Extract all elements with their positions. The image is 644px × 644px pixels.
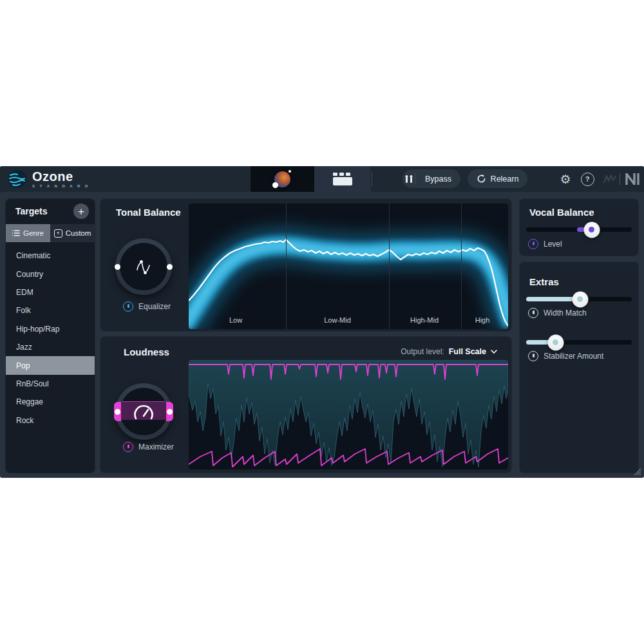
chevron-down-icon <box>491 350 497 354</box>
width-match-toggle-row: Width Match <box>528 308 587 318</box>
band-divider <box>461 204 462 329</box>
tab-genre[interactable]: Genre <box>6 224 50 242</box>
topbar-right-divider <box>620 173 620 185</box>
maximizer-knob[interactable] <box>115 383 172 440</box>
genre-item-rnb-soul[interactable]: RnB/Soul <box>6 375 95 393</box>
tab-assistant[interactable] <box>251 166 314 192</box>
tonal-balance-panel: Tonal Balance <box>100 198 512 332</box>
tonal-balance-display: Low Low-Mid High-Mid High <box>189 204 508 329</box>
level-label: Level <box>544 240 562 249</box>
targets-title: Targets <box>15 206 48 216</box>
band-label-low: Low <box>229 316 242 324</box>
targets-header: Targets + <box>6 199 95 223</box>
maximizer-power-icon[interactable] <box>123 442 133 452</box>
output-level-label: Output level: <box>401 347 444 356</box>
help-icon[interactable]: ? <box>580 166 595 192</box>
add-target-button[interactable]: + <box>73 204 89 219</box>
view-tabs <box>251 166 370 192</box>
genre-item-edm[interactable]: EDM <box>6 283 95 301</box>
vocal-level-slider[interactable] <box>526 227 632 232</box>
module-chain-icon <box>333 173 352 186</box>
reference-listen-button[interactable] <box>402 174 415 184</box>
ni-logo-icon <box>623 166 641 192</box>
maximizer-label: Maximizer <box>138 442 174 451</box>
ozone-globe-icon <box>8 169 27 189</box>
knob-handle-right[interactable] <box>167 409 173 415</box>
stabilizer-amount-slider[interactable] <box>526 340 632 345</box>
izotope-scribble-icon[interactable] <box>601 166 618 192</box>
output-level-dropdown[interactable]: Output level: Full Scale <box>401 347 497 356</box>
genre-item-country[interactable]: Country <box>6 265 95 283</box>
headphones-icon <box>404 174 414 184</box>
tab-detailed-view[interactable] <box>314 166 370 192</box>
stabilizer-amount-slider-thumb[interactable] <box>547 334 564 350</box>
equalizer-label: Equalizer <box>138 302 171 311</box>
width-match-power-icon[interactable] <box>528 308 538 318</box>
knob-handle-right[interactable] <box>167 264 173 270</box>
loudness-title: Loudness <box>124 346 169 357</box>
band-divider <box>286 204 287 329</box>
tab-genre-label: Genre <box>23 229 44 237</box>
knob-handle-left[interactable] <box>115 264 120 270</box>
band-label-high: High <box>475 316 490 324</box>
relearn-button[interactable]: Relearn <box>468 169 527 188</box>
resize-handle[interactable] <box>632 467 641 476</box>
bypass-group: Bypass <box>402 169 460 188</box>
genre-item-hiphop-rap[interactable]: Hip-hop/Rap <box>6 320 95 338</box>
extras-title: Extras <box>529 276 559 287</box>
tab-custom[interactable]: + Custom <box>50 224 95 242</box>
width-match-slider-thumb[interactable] <box>572 291 588 307</box>
ozone-plugin-window: Ozone S T A N D A R D <box>0 166 644 478</box>
genre-list: Cinematic Country EDM Folk Hip-hop/Rap J… <box>6 247 95 430</box>
topbar: Ozone S T A N D A R D <box>0 166 644 192</box>
stabilizer-toggle-row: Stabilizer Amount <box>528 351 603 361</box>
list-icon <box>12 230 20 236</box>
assistant-sphere-icon <box>274 171 290 187</box>
genre-item-folk[interactable]: Folk <box>6 301 95 319</box>
band-label-high-mid: High-Mid <box>410 316 439 324</box>
tonal-balance-title: Tonal Balance <box>116 207 181 218</box>
maximizer-toggle-row: Maximizer <box>123 442 174 452</box>
equalizer-toggle-row: Equalizer <box>123 301 171 312</box>
stabilizer-power-icon[interactable] <box>528 351 538 361</box>
genre-item-rock[interactable]: Rock <box>6 412 95 430</box>
width-match-slider[interactable] <box>526 297 632 301</box>
loudness-history-graphic <box>189 360 508 469</box>
eq-curve-icon <box>132 254 155 279</box>
targets-panel: Targets + Genre + Custom <box>5 198 95 473</box>
relearn-label: Relearn <box>491 175 519 184</box>
equalizer-knob[interactable] <box>115 238 172 295</box>
equalizer-power-icon[interactable] <box>123 301 133 312</box>
ozone-logo: Ozone S T A N D A R D <box>8 169 90 189</box>
knob-handle-left[interactable] <box>115 409 120 415</box>
width-match-label: Width Match <box>544 308 587 317</box>
level-toggle-row: Level <box>528 239 562 249</box>
custom-plus-icon: + <box>54 229 62 238</box>
logo-title: Ozone <box>32 170 90 183</box>
logo-subtitle: S T A N D A R D <box>32 184 90 188</box>
band-label-low-mid: Low-Mid <box>324 316 351 324</box>
loudness-panel: Loudness Output level: Full Scale <box>100 336 512 473</box>
extras-panel: Extras Width Match Stabilizer Amount <box>519 261 639 473</box>
stabilizer-amount-label: Stabilizer Amount <box>544 352 603 361</box>
genre-item-jazz[interactable]: Jazz <box>6 338 95 356</box>
targets-tabs: Genre + Custom <box>6 224 95 242</box>
loudness-display <box>189 360 508 469</box>
settings-gear-icon[interactable]: ⚙ <box>558 166 573 192</box>
level-power-icon[interactable] <box>528 239 538 249</box>
bypass-button[interactable]: Bypass <box>416 175 460 184</box>
tonal-spectrum-graphic <box>189 204 508 329</box>
vocal-level-slider-thumb[interactable] <box>583 222 600 238</box>
genre-item-cinematic[interactable]: Cinematic <box>6 247 95 265</box>
tab-custom-label: Custom <box>66 229 91 237</box>
vocal-balance-panel: Vocal Balance Level <box>519 198 639 256</box>
vocal-balance-title: Vocal Balance <box>529 207 594 218</box>
relearn-cycle-icon <box>477 174 486 184</box>
genre-item-reggae[interactable]: Reggae <box>6 393 95 411</box>
screenshot-stage: Ozone S T A N D A R D <box>0 0 644 644</box>
gauge-icon <box>131 401 156 422</box>
topbar-divider <box>372 171 372 187</box>
band-divider <box>389 204 390 329</box>
output-level-value: Full Scale <box>449 347 486 356</box>
genre-item-pop[interactable]: Pop <box>6 356 95 374</box>
